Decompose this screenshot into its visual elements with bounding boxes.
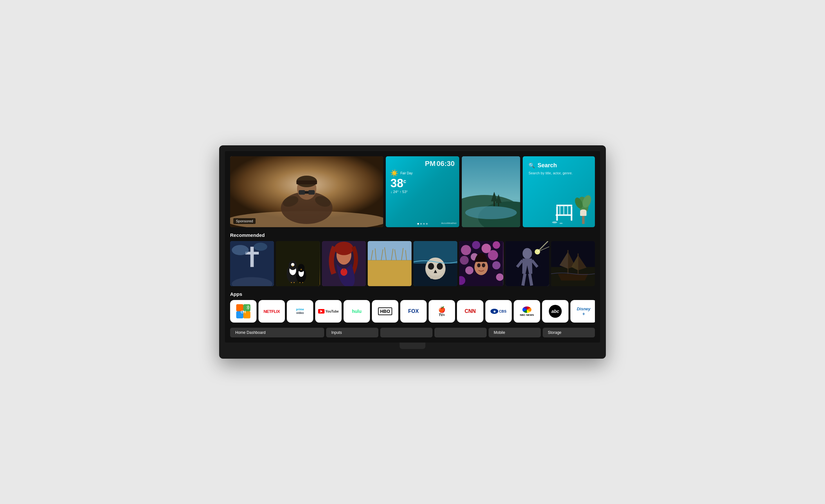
tab-mobile[interactable]: Mobile — [489, 328, 541, 338]
svg-rect-24 — [580, 211, 587, 216]
svg-point-98 — [522, 248, 532, 259]
youtube-play — [320, 310, 322, 312]
disney-logo: Disney + — [577, 306, 591, 316]
nbc-logo: NBC NEWS — [520, 306, 534, 316]
dot-4 — [426, 223, 428, 225]
hero-section: Sponsored PM 06:30 ☀️ Fair Day 38c — [230, 156, 595, 227]
search-card[interactable]: 🔍 Search Search by title, actor, genre. — [523, 156, 595, 227]
weather-time: PM 06:30 — [390, 159, 454, 168]
svg-point-33 — [559, 223, 563, 224]
disney-plus-icon: + — [577, 311, 591, 316]
app-youtube[interactable]: YouTube — [315, 300, 342, 322]
svg-point-38 — [253, 243, 267, 251]
weather-card[interactable]: PM 06:30 ☀️ Fair Day 38c ↓ 24° ↑ 53° — [386, 156, 459, 227]
weather-condition: Fair Day — [400, 171, 412, 175]
app-prime[interactable]: prime video — [287, 300, 313, 322]
svg-rect-59 — [344, 269, 344, 270]
svg-point-85 — [493, 241, 500, 249]
tab-storage[interactable]: Storage — [543, 328, 595, 338]
svg-rect-8 — [297, 181, 317, 184]
search-decor — [543, 185, 595, 227]
hero-middle: PM 06:30 ☀️ Fair Day 38c ↓ 24° ↑ 53° — [386, 156, 459, 227]
rec-item-1[interactable] — [230, 241, 274, 286]
sponsored-badge: Sponsored — [233, 218, 255, 224]
app-fox[interactable]: FOX — [400, 300, 427, 322]
svg-rect-31 — [567, 206, 568, 214]
svg-rect-80 — [437, 276, 440, 279]
rec-item-6[interactable] — [459, 241, 503, 286]
dot-2 — [420, 223, 422, 225]
tv-screen: Sponsored PM 06:30 ☀️ Fair Day 38c — [225, 151, 600, 343]
svg-point-88 — [488, 250, 498, 260]
apps-section: Apps CH — [230, 291, 595, 322]
search-icon: 🔍 — [528, 162, 535, 168]
youtube-text: YouTube — [325, 310, 339, 313]
app-appletv[interactable]: 🍎 TV+ — [429, 300, 455, 322]
svg-rect-6 — [305, 191, 309, 194]
weather-dots — [417, 223, 428, 225]
app-netflix[interactable]: NETFLIX — [258, 300, 285, 322]
svg-rect-30 — [563, 206, 564, 214]
app-nbc[interactable]: NBC NEWS — [514, 300, 540, 322]
apple-icon: 🍎 — [438, 306, 445, 313]
app-cbs[interactable]: ◉ CBS — [485, 300, 512, 322]
app-hulu[interactable]: hulu — [344, 300, 370, 322]
svg-rect-25 — [556, 205, 572, 206]
cnn-logo: CNN — [465, 308, 476, 314]
app-disney[interactable]: Disney + — [571, 300, 595, 322]
svg-point-93 — [496, 273, 503, 281]
svg-rect-27 — [571, 206, 572, 221]
dot-3 — [423, 223, 425, 225]
rec-item-4[interactable] — [368, 241, 411, 286]
abc-logo: abc — [549, 305, 562, 318]
weather-icon-row: ☀️ Fair Day — [390, 169, 454, 177]
hero-bg — [230, 156, 383, 227]
recommended-section: Recommended — [230, 232, 595, 286]
bottom-tabs: Home Dashboard Inputs Mobile Storage — [230, 328, 595, 338]
rec-item-3[interactable] — [322, 241, 366, 286]
prime-logo: prime video — [296, 308, 304, 315]
tab-3[interactable] — [380, 328, 433, 338]
disney-text: Disney — [577, 306, 591, 311]
accuweather-brand: AccuWeather — [441, 222, 457, 225]
tv-frame: Sponsored PM 06:30 ☀️ Fair Day 38c — [219, 145, 606, 359]
svg-point-32 — [552, 221, 557, 223]
tv-stand — [400, 343, 425, 349]
netflix-logo: NETFLIX — [264, 309, 280, 314]
hulu-logo: hulu — [352, 309, 362, 314]
svg-rect-35 — [250, 247, 253, 267]
appletv-text: TV+ — [438, 313, 445, 317]
tab-4[interactable] — [434, 328, 486, 338]
svg-rect-26 — [556, 206, 558, 221]
svg-point-76 — [437, 263, 443, 270]
rec-item-8[interactable] — [551, 241, 595, 286]
svg-point-37 — [232, 245, 248, 255]
app-ch[interactable]: CH — [230, 300, 256, 322]
cbs-eye-icon: ◉ — [491, 309, 498, 314]
svg-rect-5 — [308, 190, 315, 195]
svg-point-95 — [477, 263, 480, 268]
app-cnn[interactable]: CNN — [457, 300, 483, 322]
hero-figure — [230, 156, 383, 227]
fox-logo: FOX — [408, 308, 419, 314]
rec-item-5[interactable] — [414, 241, 457, 286]
app-abc[interactable]: abc — [542, 300, 569, 322]
hero-main-banner[interactable]: Sponsored — [230, 156, 383, 227]
rec-item-7[interactable] — [505, 241, 549, 286]
svg-rect-4 — [299, 190, 305, 195]
search-subtitle: Search by title, actor, genre. — [528, 171, 589, 175]
landscape-card[interactable] — [462, 156, 520, 227]
recommended-title: Recommended — [230, 232, 595, 238]
tab-home-dashboard[interactable]: Home Dashboard — [230, 328, 324, 338]
svg-text:CH: CH — [241, 310, 246, 314]
apps-title: Apps — [230, 291, 595, 297]
svg-point-86 — [460, 256, 468, 265]
nbc-peacock-icon — [522, 306, 531, 313]
weather-range: ↓ 24° ↑ 53° — [390, 190, 454, 194]
app-hbo[interactable]: HBO — [372, 300, 398, 322]
ch-logo: CH — [236, 304, 250, 318]
cbs-logo: ◉ CBS — [491, 309, 506, 314]
tab-inputs[interactable]: Inputs — [326, 328, 378, 338]
rec-item-2[interactable] — [276, 241, 320, 286]
svg-rect-28 — [555, 214, 572, 216]
